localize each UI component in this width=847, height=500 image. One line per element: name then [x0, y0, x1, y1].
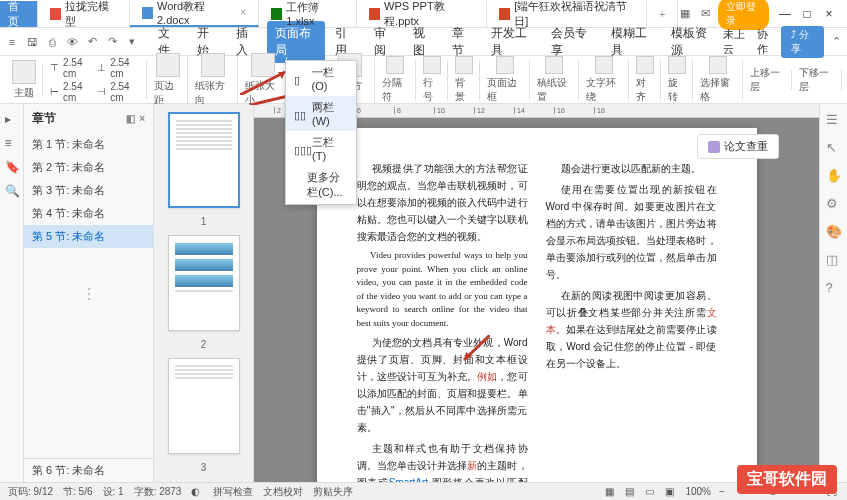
tab-home[interactable]: 首页	[0, 1, 38, 27]
status-position[interactable]: 设: 1	[103, 485, 124, 499]
nav-expand-icon[interactable]: ▸	[5, 112, 19, 126]
share-button[interactable]: ⤴ 分享	[781, 26, 824, 58]
search-icon[interactable]: 🔍	[5, 184, 19, 198]
palette-icon[interactable]: 🎨	[826, 224, 842, 240]
status-page[interactable]: 页码: 9/12	[8, 485, 53, 499]
align-icon[interactable]	[636, 56, 654, 74]
hand-icon[interactable]: ✋	[826, 168, 842, 184]
outline-icon[interactable]: ≡	[5, 136, 19, 150]
theme-icon[interactable]	[12, 60, 36, 84]
tab-2[interactable]: 工作簿1.xlsx	[259, 1, 357, 27]
qat-save-icon[interactable]: 🖫	[24, 34, 40, 50]
ribbon-writing-paper[interactable]: 稿纸设置	[533, 56, 577, 104]
paper-icon[interactable]	[545, 56, 563, 74]
cursor-icon[interactable]: ↖	[826, 140, 842, 156]
bg-icon[interactable]	[455, 56, 473, 74]
collaborate-button[interactable]: 协作	[757, 27, 775, 57]
zoom-value[interactable]: 100%	[685, 486, 711, 497]
maximize-button[interactable]: □	[797, 4, 817, 24]
margin-right-value[interactable]: 2.54 cm	[110, 81, 140, 103]
status-wordcount[interactable]: 字数: 2873	[134, 485, 182, 499]
close-button[interactable]: ×	[819, 4, 839, 24]
tab-0[interactable]: 拉拢完模型	[38, 1, 130, 27]
column-1[interactable]: 视频提供了功能强大的方法帮您证明您的观点。当您单击联机视频时，可以在想要添加的视…	[357, 160, 528, 482]
status-section[interactable]: 节: 5/6	[63, 485, 92, 499]
tab-close-icon[interactable]: ×	[240, 7, 246, 18]
dropdown-one-column[interactable]: ▯一栏(O)	[286, 61, 356, 96]
qat-preview-icon[interactable]: 👁	[64, 34, 80, 50]
select-icon[interactable]: ☰	[826, 112, 842, 128]
ribbon-bring-forward[interactable]: 上移一层	[746, 66, 790, 94]
papersize-icon[interactable]	[251, 53, 275, 77]
thumbnail-3[interactable]	[168, 358, 240, 454]
tab-3[interactable]: WPS PPT教程.pptx	[357, 1, 487, 27]
grid-icon[interactable]: ▦	[679, 6, 693, 22]
minimize-button[interactable]: —	[775, 4, 795, 24]
column-2[interactable]: 题会进行更改以匹配新的主题。 使用在需要位置出现的新按钮在 Word 中保存时间…	[546, 160, 717, 482]
orientation-icon[interactable]	[201, 53, 225, 77]
bookmark-icon[interactable]: 🔖	[5, 160, 19, 174]
nav-collapse-icon[interactable]: ◧	[126, 113, 135, 124]
ribbon-paper-size[interactable]: 纸张大小	[241, 53, 285, 107]
ribbon-selection-pane[interactable]: 选择窗格	[696, 56, 740, 104]
margin-top-value[interactable]: 2.54 cm	[63, 57, 93, 79]
ribbon-page-margins[interactable]: 页边距	[150, 53, 185, 107]
status-clipboard[interactable]: 剪贴失序	[313, 485, 353, 499]
ribbon-align[interactable]: 对齐	[632, 56, 658, 104]
view-outline-icon[interactable]: ▣	[665, 486, 677, 498]
ribbon-wrap[interactable]: 文字环绕	[582, 56, 626, 104]
ribbon-rotate[interactable]: 旋转	[664, 56, 690, 104]
ribbon-theme[interactable]: 主题	[8, 60, 40, 100]
qat-print-icon[interactable]: ⎙	[44, 34, 60, 50]
margin-bottom-value[interactable]: 2.54 cm	[110, 57, 140, 79]
collapse-ribbon-icon[interactable]: ⌃	[830, 34, 843, 50]
rotate-icon[interactable]	[668, 56, 686, 74]
ribbon-page-border[interactable]: 页面边框	[483, 56, 527, 104]
thumbnail-2[interactable]	[168, 235, 240, 331]
margins-icon[interactable]	[156, 53, 180, 77]
qat-undo-icon[interactable]: ↶	[84, 34, 100, 50]
border-icon[interactable]	[496, 56, 514, 74]
help-icon[interactable]: ?	[826, 280, 842, 296]
view-print-icon[interactable]: ▦	[605, 486, 617, 498]
document-page[interactable]: 视频提供了功能强大的方法帮您证明您的观点。当您单击联机视频时，可以在想要添加的视…	[317, 128, 757, 482]
tab-4[interactable]: [端午狂欢祝福语祝清节日]	[487, 1, 647, 27]
tab-add[interactable]: +	[647, 1, 678, 27]
zoom-out-icon[interactable]: −	[719, 486, 731, 498]
tab-1[interactable]: Word教程2.docx×	[130, 1, 259, 27]
dropdown-two-columns[interactable]: ▯▯两栏(W)	[286, 96, 356, 131]
qat-more-icon[interactable]: ▾	[124, 34, 140, 50]
margin-left-value[interactable]: 2.54 cm	[63, 81, 93, 103]
dropdown-more-columns[interactable]: 更多分栏(C)...	[286, 166, 356, 204]
status-spellcheck[interactable]: 拼写检查	[213, 485, 253, 499]
linenum-icon[interactable]	[423, 56, 441, 74]
nav-item-0[interactable]: 第 1 节: 未命名	[24, 133, 153, 156]
selpane-icon[interactable]	[709, 56, 727, 74]
ribbon-breaks[interactable]: 分隔符	[378, 56, 413, 104]
breaks-icon[interactable]	[386, 56, 404, 74]
ribbon-background[interactable]: 背景	[451, 56, 477, 104]
view-web-icon[interactable]: ▭	[645, 486, 657, 498]
ribbon-orientation[interactable]: 纸张方向	[191, 53, 235, 107]
status-input-mode-icon[interactable]: ◐	[191, 486, 203, 498]
paper-review-button[interactable]: 论文查重	[697, 134, 779, 159]
ribbon-line-numbers[interactable]: 行号	[419, 56, 445, 104]
nav-close-icon[interactable]: ×	[139, 113, 145, 124]
qat-redo-icon[interactable]: ↷	[104, 34, 120, 50]
nav-footer-item[interactable]: 第 6 节: 未命名	[24, 458, 153, 482]
msg-icon[interactable]: ✉	[698, 6, 712, 22]
gear-icon[interactable]: ⚙	[826, 196, 842, 212]
nav-item-4[interactable]: 第 5 节: 未命名	[24, 225, 153, 248]
ribbon-send-backward[interactable]: 下移一层	[795, 66, 839, 94]
status-docfix[interactable]: 文档校对	[263, 485, 303, 499]
nav-item-1[interactable]: 第 2 节: 未命名	[24, 156, 153, 179]
layers-icon[interactable]: ◫	[826, 252, 842, 268]
dropdown-three-columns[interactable]: ▯▯▯三栏(T)	[286, 131, 356, 166]
nav-item-2[interactable]: 第 3 节: 未命名	[24, 179, 153, 202]
wrap-icon[interactable]	[595, 56, 613, 74]
view-read-icon[interactable]: ▤	[625, 486, 637, 498]
thumbnail-1[interactable]	[168, 112, 240, 208]
nav-item-3[interactable]: 第 4 节: 未命名	[24, 202, 153, 225]
cloud-status[interactable]: 未上云	[723, 27, 750, 57]
qat-menu-icon[interactable]: ≡	[4, 34, 20, 50]
